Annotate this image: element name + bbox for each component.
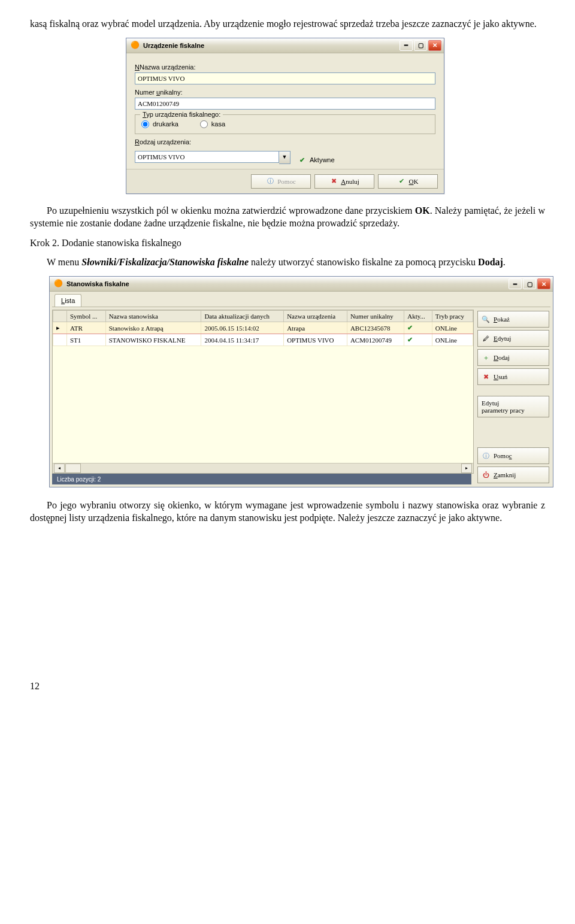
table-row[interactable]: ▸ ATR Stanowisko z Atrapą 2005.06.15 15:…: [53, 322, 473, 334]
status-bar: Liczba pozycji: 2: [52, 474, 471, 484]
device-kind-label: Rodzaj urządzenia:: [135, 138, 435, 146]
step-2-heading: Krok 2. Dodanie stanowiska fiskalnego: [30, 237, 545, 250]
edit-params-button[interactable]: Edytuj parametry pracy: [477, 396, 549, 417]
add-button[interactable]: ＋Dodaj: [477, 349, 549, 366]
row-indicator-icon: ▸: [53, 322, 67, 334]
device-kind-input[interactable]: [135, 151, 279, 163]
col-symbol[interactable]: Symbol ...: [67, 311, 106, 322]
page-number: 12: [30, 681, 40, 691]
radio-drukarka-input[interactable]: [141, 120, 149, 128]
col-active[interactable]: Akty...: [404, 311, 432, 322]
table-header-row: Symbol ... Nazwa stanowiska Data aktuali…: [53, 311, 473, 322]
app-icon: 🟠: [53, 279, 63, 289]
horizontal-scrollbar[interactable]: ◂ ▸: [53, 463, 473, 473]
show-button[interactable]: 🔍Pokaż: [477, 311, 549, 328]
delete-button[interactable]: ✖Usuń: [477, 368, 549, 385]
active-checkbox-label: Aktywne: [310, 156, 335, 164]
table-row[interactable]: ST1 STANOWISKO FISKALNE 2004.04.15 11:34…: [53, 334, 473, 346]
radio-kasa-label: kasa: [211, 120, 225, 128]
edit-icon: 🖉: [482, 334, 490, 343]
device-name-label: NNazwa urządzenia:: [135, 63, 435, 71]
col-date[interactable]: Data aktualizacji danych: [201, 311, 284, 322]
check-icon: ✔: [298, 156, 306, 164]
sidebar: 🔍Pokaż 🖉Edytuj ＋Dodaj ✖Usuń Edytuj param…: [474, 307, 553, 487]
unique-number-input[interactable]: [135, 98, 435, 110]
step-2-text: W menu Słowniki/Fiskalizacja/Stanowiska …: [30, 256, 545, 269]
tab-bar: Lista: [52, 293, 550, 307]
check-icon: ✔: [404, 334, 432, 346]
titlebar[interactable]: 🟠 Urządzenie fiskalne ━ ▢ ✕: [126, 38, 444, 53]
scroll-thumb[interactable]: [65, 463, 81, 473]
scroll-left-icon[interactable]: ◂: [54, 463, 65, 473]
chevron-down-icon[interactable]: ▼: [279, 151, 290, 164]
active-checkbox[interactable]: ✔ Aktywne: [298, 156, 335, 164]
maximize-button[interactable]: ▢: [414, 40, 427, 51]
radio-drukarka[interactable]: drukarka: [141, 120, 178, 128]
device-kind-combo[interactable]: ▼: [135, 151, 290, 164]
plus-icon: ＋: [482, 353, 490, 362]
power-icon: ⏻: [482, 471, 490, 479]
app-icon: 🟠: [130, 41, 140, 50]
info-icon: ⓘ: [266, 177, 274, 186]
cancel-button[interactable]: ✖Anuluj: [314, 174, 374, 189]
device-type-legend: Typ urządzenia fiskalnego:: [140, 110, 223, 119]
paragraph-2: Po uzupełnieniu wszystkich pól w okienku…: [30, 205, 545, 230]
grid-area: Symbol ... Nazwa stanowiska Data aktuali…: [52, 310, 474, 474]
paragraph-3: Po jego wybraniu otworzy się okienko, w …: [30, 499, 545, 525]
minimize-button[interactable]: ━: [400, 40, 413, 51]
info-icon: ⓘ: [482, 452, 490, 460]
titlebar[interactable]: 🟠 Stanowiska fiskalne ━ ▢ ✕: [50, 277, 553, 292]
col-mode[interactable]: Tryb pracy: [432, 311, 473, 322]
help-button[interactable]: ⓘPomoc: [477, 447, 549, 464]
close-button[interactable]: ⏻Zamknij: [477, 466, 549, 483]
device-name-input[interactable]: [135, 72, 435, 84]
paragraph-1: kasą fiskalną oraz wybrać model urządzen…: [30, 18, 545, 31]
tab-lista[interactable]: Lista: [55, 294, 81, 307]
col-device[interactable]: Nazwa urządzenia: [284, 311, 347, 322]
stations-table[interactable]: Symbol ... Nazwa stanowiska Data aktuali…: [53, 310, 473, 346]
check-icon: ✔: [404, 322, 432, 334]
fiscal-device-window: 🟠 Urządzenie fiskalne ━ ▢ ✕ NNazwa urząd…: [126, 38, 444, 194]
unique-number-label: Numer unikalny:: [135, 88, 435, 96]
row-count: Liczba pozycji: 2: [57, 475, 101, 483]
fiscal-stations-window: 🟠 Stanowiska fiskalne ━ ▢ ✕ Lista Symbol…: [49, 276, 553, 487]
maximize-button[interactable]: ▢: [523, 278, 536, 289]
check-icon: ✔: [398, 177, 406, 186]
x-icon: ✖: [329, 177, 338, 186]
window-title: Stanowiska fiskalne: [66, 280, 509, 288]
window-title: Urządzenie fiskalne: [143, 41, 400, 50]
edit-button[interactable]: 🖉Edytuj: [477, 330, 549, 347]
x-icon: ✖: [482, 372, 490, 381]
minimize-button[interactable]: ━: [509, 278, 522, 289]
magnifier-icon: 🔍: [482, 315, 490, 323]
radio-kasa-input[interactable]: [200, 120, 208, 128]
ok-button[interactable]: ✔OK: [378, 174, 438, 189]
button-bar: ⓘPomoc ✖Anuluj ✔OK: [126, 169, 444, 193]
scroll-right-icon[interactable]: ▸: [461, 463, 472, 473]
radio-drukarka-label: drukarka: [153, 120, 178, 128]
col-number[interactable]: Numer unikalny: [347, 311, 404, 322]
device-type-fieldset: Typ urządzenia fiskalnego: drukarka kasa: [135, 114, 435, 134]
help-button[interactable]: ⓘPomoc: [251, 174, 311, 189]
close-button[interactable]: ✕: [428, 40, 441, 51]
close-button[interactable]: ✕: [537, 278, 550, 289]
radio-kasa[interactable]: kasa: [200, 120, 225, 128]
col-name[interactable]: Nazwa stanowiska: [105, 311, 201, 322]
